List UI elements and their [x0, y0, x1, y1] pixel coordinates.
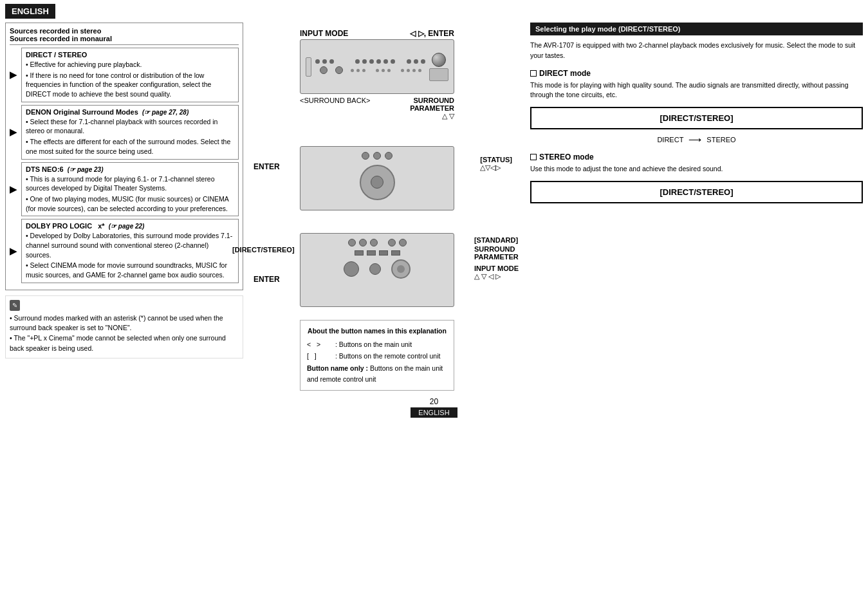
arrow-direct: ▶ — [10, 70, 17, 80]
section-title: Selecting the play mode (DIRECT/STEREO) — [530, 23, 863, 35]
mode-block-denon: ▶ DENON Original Surround Modes (☞ page … — [21, 105, 239, 160]
direct-mode-header: DIRECT mode — [530, 69, 863, 78]
top-device-area: INPUT MODE ◁ ▷, ENTER — [300, 29, 454, 120]
label-right-bot: [STANDARD] SURROUND PARAMETER INPUT MODE… — [474, 236, 519, 281]
label-direct-stereo-left: [DIRECT/STEREO] — [232, 246, 295, 254]
label-surround-bot: SURROUND — [474, 245, 519, 253]
desc-remote: : Buttons on the remote control unit — [335, 351, 447, 362]
mode-page-denon: (☞ page 27, 28) — [142, 109, 189, 116]
page-footer: 20 ENGLISH — [0, 397, 868, 418]
direct-mode-desc: This mode is for playing with high quali… — [530, 80, 863, 101]
label-enter-mid: ENTER — [254, 162, 280, 171]
sources-box: Sources recorded in stereoSources record… — [5, 23, 243, 290]
device-mid-graphic — [300, 146, 454, 210]
note-1: • Surround modes marked with an asterisk… — [10, 313, 239, 334]
sources-title: Sources recorded in stereoSources record… — [10, 27, 239, 45]
label-param-bot: PARAMETER — [474, 253, 519, 261]
direct-label: DIRECT — [657, 136, 683, 144]
note-2: • The "+PL x Cinema" mode cannot be sele… — [10, 333, 239, 354]
direct-arrow-row: DIRECT ⟶ STEREO — [530, 135, 863, 145]
mode-page-dts: (☞ page 23) — [68, 166, 104, 173]
desc-main: : Buttons on the main unit — [335, 339, 447, 350]
mode-desc-dts-2: • One of two playing modes, MUSIC (for m… — [26, 194, 234, 213]
symbol-main: < > — [307, 339, 333, 350]
mode-desc-dolby-1: • Developed by Dolby Laboratories, this … — [26, 231, 234, 259]
right-arrow-icon: ⟶ — [688, 135, 701, 145]
mode-dts: DTS NEO:6 (☞ page 23) • This is a surrou… — [21, 162, 239, 217]
stereo-mode-title: STEREO mode — [539, 153, 594, 162]
stereo-box: [DIRECT/STEREO] — [530, 181, 863, 203]
device-top-graphic — [300, 39, 454, 94]
mode-desc-dts-1: • This is a surround mode for playing 6.… — [26, 174, 234, 193]
notes-section: ✎ • Surround modes marked with an asteri… — [5, 295, 243, 358]
mode-desc-denon-1: • Select these for 7.1-channel playback … — [26, 117, 234, 136]
mode-title-dolby: DOLBY PRO LOGIC x* (☞ page 22) — [26, 222, 234, 230]
footer-lang: ENGLISH — [411, 407, 457, 418]
language-label: ENGLISH — [5, 4, 55, 19]
label-arrows-enter: ◁ ▷, ENTER — [410, 29, 454, 38]
label-input-mode-bot: INPUT MODE — [474, 265, 519, 272]
volume-knob — [432, 53, 446, 67]
mode-denon: DENON Original Surround Modes (☞ page 27… — [21, 105, 239, 160]
mode-dolby: DOLBY PRO LOGIC x* (☞ page 22) • Develop… — [21, 219, 239, 283]
mode-page-dolby: (☞ page 22) — [109, 223, 145, 230]
checkbox-direct — [530, 70, 537, 77]
bot-device-area: [DIRECT/STEREO] ENTER [STANDARD] SURROUN… — [300, 233, 454, 307]
btn-names-title: About the button names in this explanati… — [307, 326, 447, 337]
label-standard: [STANDARD] — [474, 236, 519, 244]
label-arrows-bot: △ ▽ ◁ ▷ — [474, 272, 519, 281]
label-surround-param-line2: PARAMETER — [410, 104, 454, 112]
stereo-mode-desc: Use this mode to adjust the tone and ach… — [530, 164, 863, 174]
arrow-dts: ▶ — [10, 184, 17, 194]
mode-direct-stereo: DIRECT / STEREO • Effective for achievin… — [21, 48, 239, 102]
mode-block-direct: ▶ DIRECT / STEREO • Effective for achiev… — [21, 48, 239, 102]
device-diagrams-wrapper: INPUT MODE ◁ ▷, ENTER — [248, 23, 519, 391]
middle-column: INPUT MODE ◁ ▷, ENTER — [248, 23, 519, 391]
device-bot-graphic — [300, 233, 454, 307]
right-intro: The AVR-1707 is equipped with two 2-chan… — [530, 41, 863, 61]
mode-title-dts: DTS NEO:6 (☞ page 23) — [26, 165, 234, 173]
label-enter-bot: ENTER — [254, 275, 280, 284]
left-column: Sources recorded in stereoSources record… — [5, 23, 243, 391]
label-input-mode: INPUT MODE — [300, 29, 348, 38]
label-status-right: [STATUS] △▽◁▷ — [480, 156, 512, 172]
symbol-remote: [ ] — [307, 351, 333, 362]
mode-desc-direct-2: • If there is no need for tone control o… — [26, 71, 234, 99]
mode-desc-denon-2: • The effects are different for each of … — [26, 137, 234, 156]
mode-title-direct: DIRECT / STEREO — [26, 51, 234, 59]
checkbox-stereo — [530, 154, 537, 160]
right-column: Selecting the play mode (DIRECT/STEREO) … — [524, 23, 863, 391]
stereo-mode-header: STEREO mode — [530, 153, 863, 162]
direct-mode-title: DIRECT mode — [539, 69, 591, 78]
label-surround-arrows: △ ▽ — [410, 112, 454, 120]
mid-device-area: ENTER [STATUS] △▽◁▷ — [300, 146, 454, 210]
direct-stereo-box: [DIRECT/STEREO] — [530, 107, 863, 129]
mode-desc-direct-1: • Effective for achieving pure playback. — [26, 60, 234, 70]
page-number: 20 — [430, 397, 438, 406]
arrow-denon: ▶ — [10, 127, 17, 137]
label-surround-back: <SURROUND BACK> — [300, 97, 370, 120]
bold-row-label: Button name only : — [307, 364, 368, 372]
mode-block-dolby: ▶ DOLBY PRO LOGIC x* (☞ page 22) • Devel… — [21, 219, 239, 283]
label-status-arrows: △▽◁▷ — [480, 163, 512, 172]
note-icon: ✎ — [10, 300, 20, 311]
mode-desc-dolby-2: • Select CINEMA mode for movie surround … — [26, 261, 234, 279]
mode-title-denon: DENON Original Surround Modes (☞ page 27… — [26, 108, 234, 116]
arrow-dolby: ▶ — [10, 246, 17, 256]
mode-block-dts: ▶ DTS NEO:6 (☞ page 23) • This is a surr… — [21, 162, 239, 217]
label-status: [STATUS] — [480, 156, 512, 163]
stereo-label: STEREO — [706, 136, 735, 144]
button-names-box: About the button names in this explanati… — [300, 320, 454, 391]
label-surround-param-line1: SURROUND — [410, 97, 454, 104]
